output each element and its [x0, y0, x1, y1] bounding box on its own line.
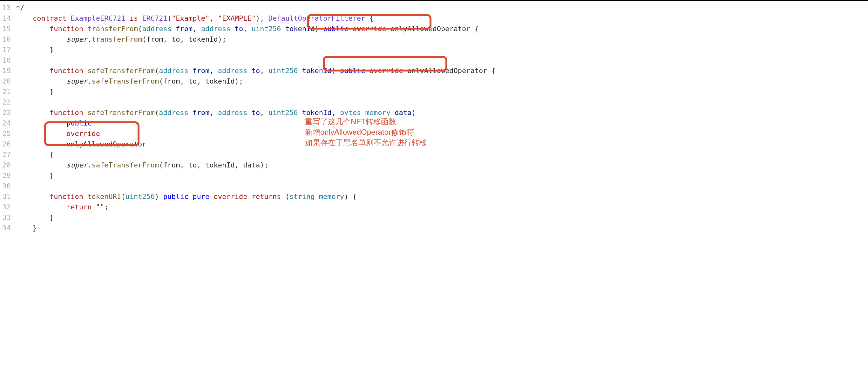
type-uint256: uint256: [252, 25, 281, 33]
code-line[interactable]: 21 }: [0, 86, 868, 97]
line-number: 29: [0, 170, 16, 181]
param-tokenid: tokenId: [285, 25, 315, 33]
keyword-function: function: [50, 25, 83, 33]
code-line[interactable]: 13 */: [0, 3, 868, 13]
code-line[interactable]: 32 return "";: [0, 202, 868, 212]
line-number: 20: [0, 76, 16, 86]
keyword-override: override: [353, 25, 386, 33]
line-number: 24: [0, 118, 16, 128]
param-tokenid: tokenId: [302, 67, 332, 75]
code-line[interactable]: 29 }: [0, 170, 868, 181]
code-line[interactable]: 24 public: [0, 118, 868, 128]
type-address: address: [218, 67, 248, 75]
code-line[interactable]: 25 override: [0, 128, 868, 139]
line-number: 28: [0, 160, 16, 170]
annotation-line-3: 如果存在于黑名单则不允许进行转移: [305, 137, 427, 148]
keyword-is: is: [130, 14, 138, 22]
string-literal: "Example": [172, 14, 209, 22]
code-line[interactable]: 30: [0, 181, 868, 191]
method-call: transferFrom: [92, 35, 142, 43]
type-uint256: uint256: [125, 192, 155, 201]
type-address: address: [142, 25, 172, 33]
line-number: 32: [0, 202, 16, 212]
line-number: 18: [0, 55, 16, 65]
line-number: 25: [0, 128, 16, 139]
line-number: 26: [0, 139, 16, 149]
function-name: transferFrom: [87, 25, 138, 33]
keyword-memory: memory: [365, 109, 390, 117]
code-line[interactable]: 14 contract ExampleERC721 is ERC721("Exa…: [0, 13, 868, 24]
type-address: address: [159, 109, 188, 117]
semicolon: ;: [104, 203, 108, 211]
keyword-memory: memory: [319, 192, 344, 201]
code-line[interactable]: 33 }: [0, 212, 868, 223]
param-from: from: [176, 25, 192, 33]
code-line[interactable]: 34 }: [0, 223, 868, 233]
keyword-function: function: [50, 109, 83, 117]
code-line[interactable]: 27 {: [0, 149, 868, 160]
call-args: (from, to, tokenId, data);: [159, 161, 268, 169]
modifier-onlyallowedoperator: onlyAllowedOperator: [66, 140, 147, 148]
param-to: to: [252, 67, 260, 75]
param-data: data: [395, 109, 411, 117]
keyword-override: override: [370, 67, 403, 75]
line-number: 33: [0, 212, 16, 223]
param-tokenid: tokenId: [302, 109, 332, 117]
string-literal: "": [96, 203, 104, 211]
keyword-function: function: [50, 67, 83, 75]
code-line[interactable]: 19 function safeTransferFrom(address fro…: [0, 65, 868, 76]
code-line[interactable]: 28 super.safeTransferFrom(from, to, toke…: [0, 160, 868, 170]
function-name: safeTransferFrom: [87, 109, 155, 117]
brace: }: [50, 46, 54, 54]
type-address: address: [218, 109, 248, 117]
brace: {: [353, 192, 357, 201]
class-name: ExampleERC721: [70, 14, 125, 22]
line-number: 22: [0, 97, 16, 108]
type-address: address: [159, 67, 188, 75]
class-erc721: ERC721: [142, 14, 167, 22]
code-editor[interactable]: 13 */ 14 contract ExampleERC721 is ERC72…: [0, 1, 868, 233]
brace: {: [492, 67, 496, 75]
code-line[interactable]: 20 super.safeTransferFrom(from, to, toke…: [0, 76, 868, 86]
param-from: from: [192, 67, 209, 75]
line-number: 21: [0, 86, 16, 97]
code-line[interactable]: 22: [0, 97, 868, 108]
code-line[interactable]: 23 function safeTransferFrom(address fro…: [0, 108, 868, 118]
brace: }: [50, 172, 54, 180]
type-string: string: [289, 192, 314, 201]
line-number: 15: [0, 24, 16, 34]
type-bytes: bytes: [340, 109, 361, 117]
code-line[interactable]: 18: [0, 55, 868, 65]
keyword-override: override: [66, 130, 100, 138]
line-number: 13: [0, 3, 16, 13]
type-uint256: uint256: [269, 109, 298, 117]
code-line[interactable]: 31 function tokenURI(uint256) public pur…: [0, 191, 868, 202]
line-number: 23: [0, 108, 16, 118]
brace: }: [33, 224, 37, 232]
brace: }: [50, 213, 54, 221]
param-from: from: [192, 109, 209, 117]
visibility-public: public: [163, 192, 188, 201]
code-line[interactable]: 26 onlyAllowedOperator: [0, 139, 868, 149]
method-call: safeTransferFrom: [92, 161, 159, 169]
brace: {: [50, 151, 54, 158]
line-number: 34: [0, 223, 16, 233]
call-args: (from, to, tokenId);: [142, 35, 226, 43]
keyword-pure: pure: [192, 192, 209, 201]
line-number: 16: [0, 34, 16, 44]
annotation-line-2: 新增onlyAllowedOperator修饰符: [305, 127, 414, 137]
line-number: 17: [0, 44, 16, 55]
code-line[interactable]: 16 super.transferFrom(from, to, tokenId)…: [0, 34, 868, 44]
method-call: safeTransferFrom: [92, 77, 159, 85]
param-to: to: [252, 109, 260, 117]
keyword-override: override: [214, 192, 248, 201]
brace: {: [475, 25, 479, 33]
keyword-contract: contract: [33, 14, 66, 22]
type-uint256: uint256: [269, 67, 298, 75]
keyword-return: return: [66, 203, 92, 211]
visibility-public: public: [340, 67, 365, 75]
param-to: to: [235, 25, 243, 33]
code-line[interactable]: 17 }: [0, 44, 868, 55]
code-line[interactable]: 15 function transferFrom(address from, a…: [0, 24, 868, 34]
line-number: 14: [0, 13, 16, 24]
